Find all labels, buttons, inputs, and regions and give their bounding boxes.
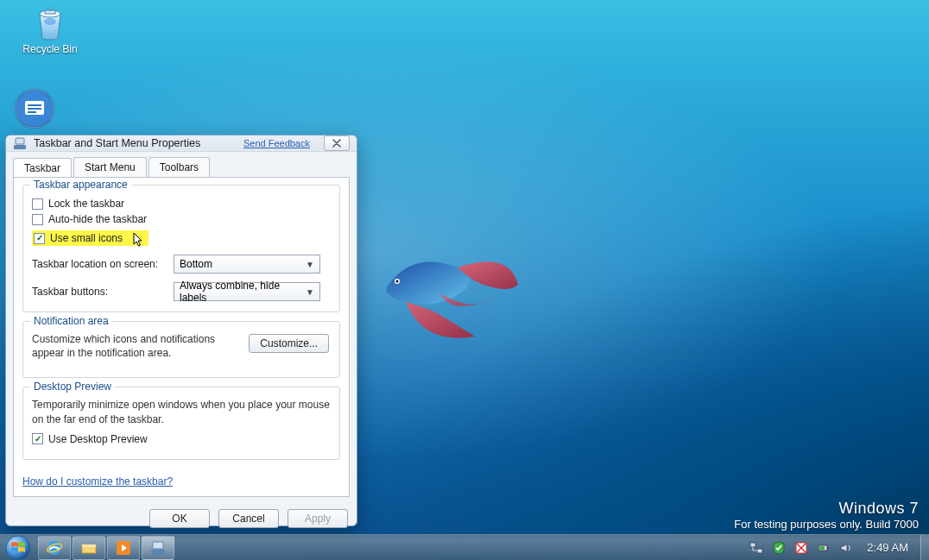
tray-volume-icon[interactable] bbox=[839, 541, 853, 555]
legend-notification-area: Notification area bbox=[30, 315, 112, 327]
tab-strip: Taskbar Start Menu Toolbars bbox=[6, 152, 357, 177]
taskbar-item-explorer[interactable] bbox=[73, 536, 105, 560]
watermark-line2: For testing purposes only. Build 7000 bbox=[734, 518, 919, 531]
dropdown-taskbar-buttons[interactable]: Always combine, hide labels ▼ bbox=[174, 282, 320, 301]
tray-clock[interactable]: 2:49 AM bbox=[862, 541, 913, 554]
tray-power-icon[interactable] bbox=[817, 541, 831, 555]
svg-point-9 bbox=[396, 280, 399, 283]
tray-security-icon[interactable] bbox=[772, 541, 786, 555]
legend-desktop-preview: Desktop Preview bbox=[30, 381, 115, 393]
checkbox-use-small-icons[interactable] bbox=[34, 233, 45, 244]
row-lock-taskbar[interactable]: Lock the taskbar bbox=[32, 198, 331, 210]
dropdown-taskbar-location[interactable]: Bottom ▼ bbox=[174, 255, 320, 274]
svg-rect-7 bbox=[28, 111, 36, 113]
svg-rect-15 bbox=[82, 544, 96, 547]
close-icon bbox=[331, 139, 343, 148]
svg-rect-20 bbox=[757, 549, 762, 553]
row-use-desktop-preview[interactable]: Use Desktop Preview bbox=[32, 433, 331, 445]
label-taskbar-buttons: Taskbar buttons: bbox=[32, 286, 161, 298]
ok-button[interactable]: OK bbox=[149, 509, 210, 528]
row-taskbar-location: Taskbar location on screen: Bottom ▼ bbox=[32, 255, 331, 274]
tab-start-menu[interactable]: Start Menu bbox=[73, 157, 147, 177]
taskbar-item-properties-window[interactable] bbox=[142, 536, 174, 560]
checkbox-use-desktop-preview[interactable] bbox=[32, 433, 43, 444]
show-desktop-button[interactable] bbox=[920, 535, 929, 560]
dropdown-taskbar-location-value: Bottom bbox=[180, 258, 212, 270]
system-tray: 2:49 AM bbox=[743, 535, 920, 560]
group-notification-area: Notification area Customize which icons … bbox=[22, 321, 340, 378]
help-link-customize-taskbar[interactable]: How do I customize the taskbar? bbox=[22, 475, 173, 488]
watermark-line1: Windows 7 bbox=[734, 500, 919, 518]
checkbox-lock-taskbar[interactable] bbox=[32, 198, 43, 210]
media-player-icon bbox=[115, 539, 132, 557]
dropdown-taskbar-buttons-value: Always combine, hide labels bbox=[180, 280, 306, 304]
mouse-cursor-icon bbox=[133, 232, 145, 248]
svg-point-1 bbox=[44, 18, 56, 25]
apply-button[interactable]: Apply bbox=[288, 509, 348, 528]
window-app-icon bbox=[13, 136, 27, 150]
svg-rect-17 bbox=[151, 550, 165, 555]
taskbar-properties-window: Taskbar and Start Menu Properties Send F… bbox=[5, 135, 357, 526]
svg-rect-11 bbox=[16, 138, 24, 144]
window-title: Taskbar and Start Menu Properties bbox=[34, 137, 200, 149]
window-titlebar[interactable]: Taskbar and Start Menu Properties Send F… bbox=[6, 135, 357, 152]
chevron-down-icon: ▼ bbox=[306, 260, 314, 269]
start-button[interactable] bbox=[0, 535, 36, 560]
svg-point-8 bbox=[395, 279, 400, 284]
windows-watermark: Windows 7 For testing purposes only. Bui… bbox=[734, 500, 919, 531]
svg-rect-5 bbox=[28, 104, 41, 106]
taskbar-pinned-apps bbox=[36, 535, 174, 560]
tab-taskbar[interactable]: Taskbar bbox=[13, 158, 72, 178]
legend-taskbar-appearance: Taskbar appearance bbox=[30, 179, 131, 191]
label-taskbar-location: Taskbar location on screen: bbox=[32, 258, 161, 270]
properties-window-icon bbox=[149, 539, 167, 557]
cancel-button[interactable]: Cancel bbox=[218, 509, 279, 528]
group-desktop-preview: Desktop Preview Temporarily minimize ope… bbox=[22, 387, 340, 459]
row-autohide-taskbar[interactable]: Auto-hide the taskbar bbox=[32, 213, 331, 225]
label-autohide-taskbar: Auto-hide the taskbar bbox=[48, 213, 147, 225]
close-button[interactable] bbox=[324, 135, 350, 151]
group-taskbar-appearance: Taskbar appearance Lock the taskbar Auto… bbox=[22, 185, 340, 312]
row-use-small-icons[interactable]: Use small icons bbox=[34, 232, 123, 244]
dialog-button-row: OK Cancel Apply bbox=[6, 509, 348, 528]
recycle-bin-label: Recycle Bin bbox=[17, 43, 83, 55]
text-desktop-preview-help: Temporarily minimize open windows when y… bbox=[32, 398, 331, 425]
wallpaper-fish-decoration bbox=[354, 233, 544, 371]
customize-button[interactable]: Customize... bbox=[249, 334, 329, 353]
desktop-icon-recycle-bin[interactable]: Recycle Bin bbox=[17, 3, 83, 55]
send-feedback-link[interactable]: Send Feedback bbox=[243, 138, 310, 148]
recycle-bin-icon bbox=[31, 3, 69, 41]
tab-toolbars[interactable]: Toolbars bbox=[149, 157, 210, 177]
label-use-small-icons: Use small icons bbox=[50, 232, 123, 244]
highlight-small-icons: Use small icons bbox=[32, 230, 149, 246]
label-use-desktop-preview: Use Desktop Preview bbox=[48, 433, 148, 445]
checkbox-autohide-taskbar[interactable] bbox=[32, 214, 43, 225]
svg-rect-10 bbox=[14, 145, 26, 149]
row-taskbar-buttons: Taskbar buttons: Always combine, hide la… bbox=[32, 282, 331, 301]
tray-action-center-icon[interactable] bbox=[794, 541, 808, 555]
svg-rect-6 bbox=[28, 108, 41, 110]
folder-icon bbox=[80, 539, 98, 557]
tab-body-taskbar: Taskbar appearance Lock the taskbar Auto… bbox=[13, 177, 350, 497]
desktop-background[interactable]: Recycle Bin Windows 7 For testin bbox=[0, 0, 929, 560]
chevron-down-icon: ▼ bbox=[306, 287, 314, 297]
svg-rect-23 bbox=[827, 547, 829, 549]
label-lock-taskbar: Lock the taskbar bbox=[48, 198, 124, 210]
windows-start-icon bbox=[5, 535, 31, 561]
taskbar-item-ie[interactable] bbox=[38, 536, 71, 560]
text-notification-help: Customize which icons and notifications … bbox=[32, 332, 248, 360]
tray-network-icon[interactable] bbox=[749, 541, 763, 555]
svg-rect-19 bbox=[750, 543, 755, 547]
desktop-floating-icon[interactable] bbox=[14, 88, 55, 129]
taskbar[interactable]: 2:49 AM bbox=[0, 534, 929, 560]
svg-rect-24 bbox=[819, 546, 825, 550]
internet-explorer-icon bbox=[46, 539, 63, 557]
svg-rect-18 bbox=[153, 542, 163, 549]
taskbar-item-media-player[interactable] bbox=[107, 536, 140, 560]
